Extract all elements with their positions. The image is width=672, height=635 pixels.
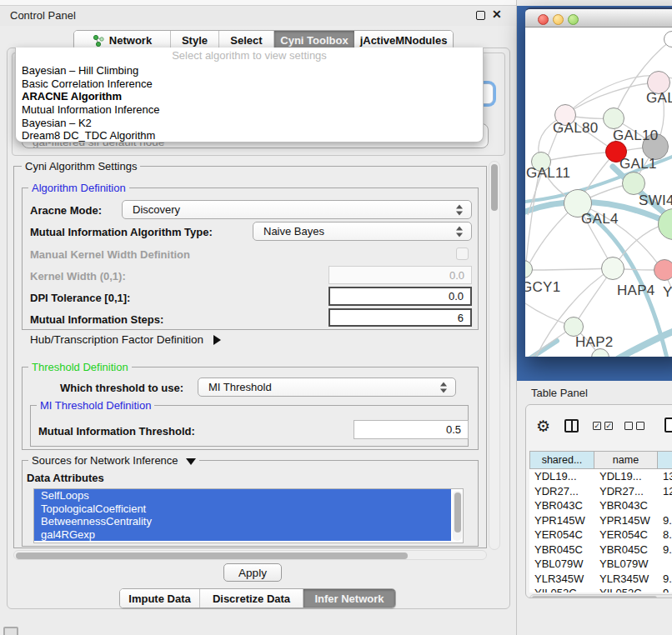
mi-algorithm-type-label: Mutual Information Algorithm Type: bbox=[30, 226, 213, 238]
mi-threshold-field[interactable]: 0.5 bbox=[354, 420, 469, 439]
settings-horizontal-scrollbar-thumb[interactable] bbox=[16, 552, 408, 559]
column-header-shared-name[interactable]: shared... bbox=[529, 451, 594, 469]
threshold-definition-title: Threshold Definition bbox=[28, 361, 132, 373]
network-node[interactable] bbox=[622, 172, 645, 195]
algorithm-dropdown-popup: Select algorithm to view settings Bayesi… bbox=[15, 48, 484, 142]
aracne-mode-select[interactable]: Discovery bbox=[122, 200, 472, 219]
which-threshold-label: Which threshold to use: bbox=[60, 382, 183, 394]
algorithm-option-selected[interactable]: ARACNE Algorithm bbox=[16, 90, 483, 103]
dpi-tolerance-label: DPI Tolerance [0,1]: bbox=[30, 292, 130, 304]
table-row[interactable]: YDL19... YDL19... 13 bbox=[529, 469, 672, 484]
deselect-all-checkboxes-icon[interactable] bbox=[624, 422, 644, 430]
table-row[interactable]: YLR345W YLR345W 9. bbox=[529, 572, 672, 587]
node-table: shared... name A YDL19... YDL19... 13 YD… bbox=[529, 451, 672, 469]
column-header-name[interactable]: name bbox=[594, 451, 658, 469]
mi-algorithm-type-select[interactable]: Naive Bayes bbox=[253, 222, 472, 241]
network-node[interactable] bbox=[654, 259, 672, 281]
table-row[interactable]: YPR145W YPR145W 9. bbox=[529, 513, 672, 528]
tab-infer-network[interactable]: Infer Network bbox=[303, 589, 395, 608]
control-panel-titlebar: Control Panel ✕ bbox=[0, 6, 516, 26]
tab-cyni-toolbox[interactable]: Cyni Toolbox bbox=[274, 31, 354, 49]
mi-steps-field[interactable]: 6 bbox=[328, 308, 472, 327]
list-item[interactable]: SelfLoops bbox=[34, 489, 451, 502]
tab-select[interactable]: Select bbox=[219, 31, 274, 49]
aracne-mode-label: Aracne Mode: bbox=[30, 204, 102, 217]
minimize-traffic-light-icon[interactable] bbox=[553, 14, 564, 25]
algorithm-option[interactable]: Basic Correlation Inference bbox=[16, 78, 483, 91]
float-window-icon[interactable] bbox=[476, 11, 485, 20]
column-layout-icon[interactable] bbox=[564, 419, 579, 432]
table-row[interactable]: YBR043C YBR043C bbox=[529, 498, 672, 513]
mi-algorithm-type-value: Naive Bayes bbox=[263, 225, 324, 238]
zoom-traffic-light-icon[interactable] bbox=[568, 14, 579, 25]
desktop-background: GAL GAL80 GAL10 GAL1 GAL11 SWI4 GAL4 GCY… bbox=[517, 0, 672, 381]
network-canvas[interactable]: GAL GAL80 GAL10 GAL1 GAL11 SWI4 GAL4 GCY… bbox=[525, 28, 672, 357]
settings-vertical-scrollbar-thumb[interactable] bbox=[491, 164, 498, 211]
network-view-window[interactable]: GAL GAL80 GAL10 GAL1 GAL11 SWI4 GAL4 GCY… bbox=[525, 8, 672, 357]
table-toolbar: ⚙ ✓✓ bbox=[526, 405, 672, 448]
mi-steps-label: Mutual Information Steps: bbox=[30, 313, 163, 326]
manual-kernel-width-checkbox bbox=[456, 248, 469, 260]
table-row[interactable]: YDR27... YDR27... 12 bbox=[529, 484, 672, 499]
table-row[interactable]: YBL079W YBL079W bbox=[529, 557, 672, 572]
algorithm-option[interactable]: Dream8 DC_TDC Algorithm bbox=[16, 129, 483, 142]
table-row[interactable]: YIL052C YIL052C 9 bbox=[529, 586, 672, 592]
settings-horizontal-scrollbar[interactable] bbox=[13, 550, 487, 560]
list-item[interactable]: TopologicalCoefficient bbox=[34, 502, 451, 516]
apply-button[interactable]: Apply bbox=[223, 563, 282, 582]
column-header-partial[interactable]: A bbox=[658, 451, 672, 469]
node-label: GAL4 bbox=[581, 211, 619, 228]
tab-style[interactable]: Style bbox=[171, 31, 219, 49]
algorithm-option[interactable]: Bayesian – Hill Climbing bbox=[16, 64, 483, 78]
network-node[interactable] bbox=[601, 257, 624, 280]
table-horizontal-scrollbar[interactable] bbox=[529, 594, 672, 598]
table-panel-window: ⚙ ✓✓ shared... name A YDL19... bbox=[525, 404, 672, 598]
node-label: SWI4 bbox=[639, 192, 672, 209]
algorithm-option[interactable]: Mutual Information Inference bbox=[16, 103, 483, 117]
toolbar-edge bbox=[517, 0, 672, 6]
collapsed-arrow-icon bbox=[213, 335, 221, 345]
hub-tf-definition-expander[interactable]: Hub/Transcription Factor Definition bbox=[30, 333, 221, 346]
node-label: GCY1 bbox=[525, 279, 561, 296]
network-window-titlebar[interactable] bbox=[525, 9, 672, 28]
algorithm-option[interactable]: Bayesian – K2 bbox=[16, 117, 483, 130]
list-item[interactable]: gal4RGexp bbox=[34, 528, 451, 542]
tab-discretize-data[interactable]: Discretize Data bbox=[200, 589, 303, 608]
manual-kernel-width-label: Manual Kernel Width Definition bbox=[30, 248, 190, 261]
close-traffic-light-icon[interactable] bbox=[538, 14, 549, 25]
tab-impute-data[interactable]: Impute Data bbox=[120, 589, 200, 608]
aracne-mode-value: Discovery bbox=[133, 203, 180, 216]
file-icon[interactable] bbox=[664, 418, 672, 432]
table-horizontal-scrollbar-thumb[interactable] bbox=[532, 596, 657, 598]
stepper-arrows-icon bbox=[456, 226, 464, 237]
list-scrollbar[interactable] bbox=[453, 491, 462, 541]
cyni-bottom-tabbar: Impute Data Discretize Data Infer Networ… bbox=[119, 588, 396, 608]
expanded-arrow-icon bbox=[186, 458, 196, 465]
which-threshold-value: MI Threshold bbox=[208, 381, 272, 393]
node-label: GAL1 bbox=[619, 156, 657, 172]
select-all-checkboxes-icon[interactable]: ✓✓ bbox=[593, 422, 613, 430]
dock-grip-icon[interactable] bbox=[3, 627, 18, 635]
list-scrollbar-thumb[interactable] bbox=[454, 492, 461, 532]
gear-icon[interactable]: ⚙ bbox=[536, 417, 550, 436]
table-panel-region: Table Panel ⚙ ✓✓ shared... name A bbox=[517, 381, 672, 635]
dpi-tolerance-field[interactable]: 0.0 bbox=[328, 287, 472, 306]
node-label: GAL bbox=[646, 90, 672, 107]
table-row[interactable]: YER054C YER054C 8. bbox=[529, 528, 672, 542]
node-label: Y bbox=[663, 284, 672, 301]
data-attributes-label: Data Attributes bbox=[27, 472, 104, 484]
list-item[interactable]: BetweennessCentrality bbox=[34, 515, 451, 528]
tab-jactivemnodules[interactable]: jActiveMNodules bbox=[354, 31, 453, 49]
table-row[interactable]: YBR045C YBR045C 9. bbox=[529, 542, 672, 558]
which-threshold-select[interactable]: MI Threshold bbox=[198, 378, 456, 397]
tab-network[interactable]: Network bbox=[74, 31, 171, 49]
data-attributes-list: SelfLoops TopologicalCoefficient Between… bbox=[33, 488, 464, 543]
sources-title[interactable]: Sources for Network Inference bbox=[28, 454, 199, 467]
toolbar-edge bbox=[0, 0, 516, 6]
settings-vertical-scrollbar[interactable] bbox=[489, 161, 500, 550]
network-node[interactable] bbox=[603, 108, 624, 129]
node-label: GAL11 bbox=[526, 165, 570, 182]
close-icon[interactable]: ✕ bbox=[492, 8, 502, 21]
cyni-algorithm-settings-title: Cyni Algorithm Settings bbox=[22, 160, 140, 172]
control-panel-window: Control Panel ✕ Network Style Select Cyn… bbox=[0, 0, 517, 635]
